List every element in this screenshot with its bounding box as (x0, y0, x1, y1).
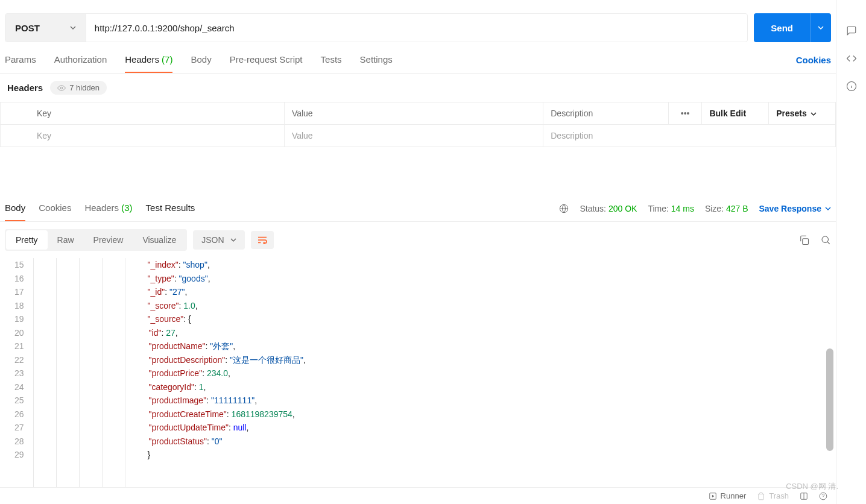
request-tabs: ParamsAuthorizationHeaders (7)BodyPre-re… (0, 45, 836, 74)
help-icon[interactable] (819, 492, 827, 500)
code-icon[interactable] (846, 53, 857, 64)
svg-rect-2 (803, 239, 809, 245)
runner-button[interactable]: Runner (709, 491, 747, 500)
wrap-icon (257, 236, 268, 244)
resp-tab-cookies[interactable]: Cookies (39, 195, 71, 221)
cookies-link[interactable]: Cookies (796, 55, 831, 72)
chevron-down-icon (811, 111, 817, 117)
send-button[interactable]: Send (754, 13, 810, 42)
resp-tab-body[interactable]: Body (5, 195, 25, 221)
value-input[interactable]: Value (284, 125, 543, 147)
send-dropdown[interactable] (810, 13, 831, 42)
layout-icon[interactable] (800, 492, 808, 500)
chevron-down-icon (818, 25, 824, 31)
col-value: Value (284, 102, 543, 125)
chevron-down-icon (70, 25, 76, 31)
table-row[interactable]: Key Value Description (1, 125, 836, 147)
response-header: BodyCookiesHeaders (3)Test Results Statu… (0, 195, 836, 222)
request-url-group: POST http://127.0.0.1:9200/shop/_search (5, 13, 748, 42)
status-label: Status: 200 OK (580, 204, 637, 213)
response-body[interactable]: 151617181920212223242526272829 "_index":… (0, 258, 836, 487)
view-pretty[interactable]: Pretty (6, 230, 48, 250)
tab-settings[interactable]: Settings (360, 54, 393, 73)
copy-icon[interactable] (798, 235, 809, 245)
status-bar: Runner Trash (0, 487, 836, 504)
tab-tests[interactable]: Tests (321, 54, 342, 73)
view-raw[interactable]: Raw (48, 230, 84, 250)
key-input[interactable]: Key (1, 125, 285, 147)
tab-pre-request-script[interactable]: Pre-request Script (230, 54, 303, 73)
headers-table: Key Value Description ••• Bulk Edit Pres… (0, 102, 836, 147)
tab-params[interactable]: Params (5, 54, 36, 73)
col-description: Description (543, 102, 669, 125)
chevron-down-icon (230, 237, 236, 243)
play-icon (709, 492, 717, 500)
time-label: Time: 14 ms (648, 204, 694, 213)
svg-point-3 (822, 236, 829, 243)
trash-icon (757, 492, 765, 500)
view-mode-group: Pretty Raw Preview Visualize (5, 229, 187, 251)
url-input[interactable]: http://127.0.0.1:9200/shop/_search (86, 14, 747, 42)
save-response-button[interactable]: Save Response (759, 204, 832, 213)
hidden-count: 7 hidden (69, 83, 100, 92)
search-icon[interactable] (820, 235, 831, 245)
presets-dropdown[interactable]: Presets (769, 102, 836, 125)
right-sidebar (836, 0, 866, 504)
col-key: Key (1, 102, 285, 125)
view-preview[interactable]: Preview (84, 230, 133, 250)
size-label: Size: 427 B (705, 204, 748, 213)
svg-point-0 (60, 87, 63, 89)
view-visualize[interactable]: Visualize (133, 230, 186, 250)
resp-tab-test-results[interactable]: Test Results (146, 195, 195, 221)
tab-authorization[interactable]: Authorization (54, 54, 107, 73)
hidden-headers-toggle[interactable]: 7 hidden (50, 81, 107, 95)
globe-icon[interactable] (559, 204, 569, 213)
tab-headers[interactable]: Headers (7) (125, 54, 172, 73)
wrap-lines-button[interactable] (251, 231, 274, 249)
description-input[interactable]: Description (543, 125, 836, 147)
col-more[interactable]: ••• (668, 102, 701, 125)
trash-button[interactable]: Trash (757, 491, 789, 500)
comment-icon[interactable] (846, 25, 857, 36)
method-label: POST (15, 23, 40, 33)
info-icon[interactable] (846, 81, 857, 92)
url-text: http://127.0.0.1:9200/shop/_search (95, 23, 235, 33)
chevron-down-icon (825, 206, 831, 212)
eye-icon (57, 84, 66, 92)
format-dropdown[interactable]: JSON (193, 230, 244, 250)
bulk-edit-button[interactable]: Bulk Edit (702, 102, 769, 125)
scrollbar[interactable] (826, 348, 833, 451)
tab-body[interactable]: Body (191, 54, 211, 73)
method-dropdown[interactable]: POST (5, 14, 86, 42)
resp-tab-headers[interactable]: Headers (3) (84, 195, 132, 221)
headers-label: Headers (7, 83, 43, 93)
